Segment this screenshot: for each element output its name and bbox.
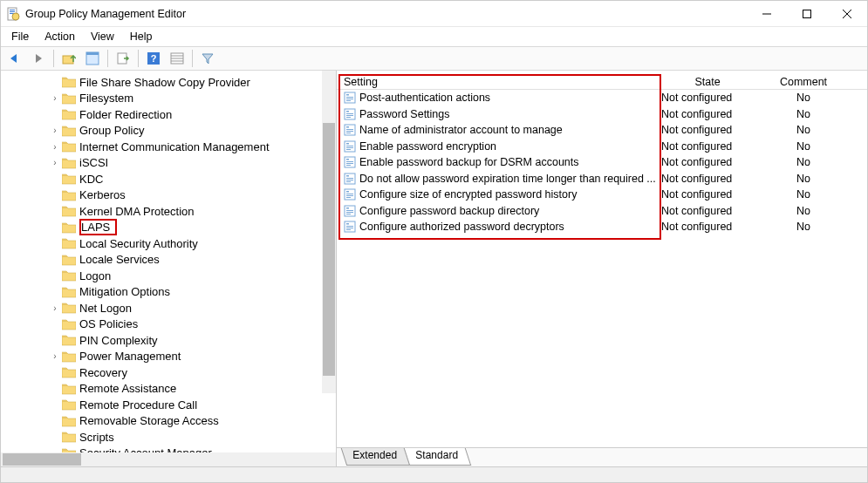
close-button[interactable] <box>827 1 867 27</box>
cell-setting: Name of administrator account to manage <box>337 124 660 136</box>
tree-item[interactable]: File Share Shadow Copy Provider <box>1 74 336 91</box>
expand-caret-icon[interactable]: › <box>50 141 60 152</box>
tree-item[interactable]: ›Power Management <box>1 349 336 365</box>
column-header-state[interactable]: State <box>660 76 755 88</box>
setting-label: Enable password encryption <box>359 140 496 153</box>
cell-comment: No <box>755 124 851 136</box>
folder-icon <box>62 398 76 411</box>
tree-pane[interactable]: File Share Shadow Copy Provider›Filesyst… <box>1 71 337 466</box>
properties-button[interactable] <box>82 49 103 68</box>
close-icon <box>843 10 851 18</box>
cell-comment: No <box>755 221 851 233</box>
tree-item[interactable]: Scripts <box>1 429 336 446</box>
list-pane: Setting State Comment Post-authenticatio… <box>337 71 867 466</box>
cell-comment: No <box>755 92 851 104</box>
list-row[interactable]: Enable password backup for DSRM accounts… <box>337 154 867 171</box>
expand-caret-icon[interactable]: › <box>50 351 60 362</box>
list-row[interactable]: Configure password backup directoryNot c… <box>337 203 867 220</box>
cell-state: Not configured <box>660 205 755 217</box>
column-header-setting[interactable]: Setting <box>337 76 660 88</box>
column-header-comment[interactable]: Comment <box>755 76 851 88</box>
list-row[interactable]: Name of administrator account to manageN… <box>337 122 867 139</box>
forward-button[interactable] <box>28 49 49 68</box>
tree-item[interactable]: Local Security Authority <box>1 235 336 252</box>
list-row[interactable]: Configure authorized password decryptors… <box>337 219 867 235</box>
tree-item[interactable]: Kerberos <box>1 187 336 204</box>
cell-setting: Do not allow password expiration time lo… <box>337 173 660 185</box>
list-row[interactable]: Do not allow password expiration time lo… <box>337 171 867 187</box>
back-button[interactable] <box>4 49 25 68</box>
tree-item[interactable]: Remote Assistance <box>1 381 336 398</box>
tree-item[interactable]: Logon <box>1 268 336 284</box>
list-row[interactable]: Configure size of encrypted password his… <box>337 187 867 203</box>
tree-item[interactable]: Recovery <box>1 364 336 381</box>
folder-icon <box>62 125 76 137</box>
minimize-button[interactable] <box>747 1 787 27</box>
tree-item[interactable]: Remote Procedure Call <box>1 397 336 413</box>
maximize-button[interactable] <box>787 1 827 27</box>
scrollbar-thumb[interactable] <box>3 453 81 466</box>
cell-state: Not configured <box>660 188 755 201</box>
setting-icon <box>344 124 356 136</box>
expand-caret-icon[interactable]: › <box>50 303 60 313</box>
svg-rect-45 <box>346 175 349 177</box>
menu-help[interactable]: Help <box>123 29 160 44</box>
export-icon <box>116 51 130 65</box>
svg-rect-27 <box>346 115 353 116</box>
tab-standard[interactable]: Standard <box>403 448 470 466</box>
list-row[interactable]: Post-authentication actionsNot configure… <box>337 90 867 106</box>
svg-rect-11 <box>86 52 99 55</box>
tree-item[interactable]: ›Filesystem <box>1 91 336 107</box>
menu-file[interactable]: File <box>4 29 36 44</box>
svg-rect-51 <box>346 194 353 194</box>
detail-view-button[interactable] <box>167 49 188 68</box>
tree-item[interactable]: LAPS <box>1 220 336 236</box>
setting-icon <box>344 140 356 153</box>
horizontal-scrollbar[interactable] <box>1 452 336 466</box>
cell-state: Not configured <box>660 124 755 136</box>
tree-item[interactable]: Kernel DMA Protection <box>1 203 336 220</box>
up-button[interactable] <box>58 49 79 68</box>
tree-item[interactable]: OS Policies <box>1 316 336 333</box>
filter-button[interactable] <box>197 49 218 68</box>
cell-setting: Configure size of encrypted password his… <box>337 188 660 201</box>
tab-label: Standard <box>415 449 458 461</box>
vertical-scrollbar[interactable] <box>322 71 336 393</box>
svg-rect-46 <box>346 178 353 179</box>
list-row[interactable]: Password SettingsNot configuredNo <box>337 106 867 123</box>
svg-rect-23 <box>346 100 351 101</box>
svg-rect-6 <box>803 10 811 17</box>
folder-icon <box>62 237 76 249</box>
tree-item[interactable]: ›Group Policy <box>1 123 336 139</box>
svg-rect-58 <box>346 214 351 214</box>
tree-item-label: KDC <box>79 173 103 186</box>
scrollbar-thumb[interactable] <box>323 123 335 376</box>
svg-rect-47 <box>346 180 353 180</box>
tree-item[interactable]: ›Net Logon <box>1 300 336 316</box>
tree-item[interactable]: ›iSCSI <box>1 155 336 172</box>
setting-icon <box>344 188 356 201</box>
tree-item[interactable]: Removable Storage Access <box>1 413 336 430</box>
help-button[interactable]: ? <box>143 49 164 68</box>
tree-item[interactable]: Folder Redirection <box>1 106 336 123</box>
tree-item[interactable]: KDC <box>1 171 336 187</box>
export-button[interactable] <box>113 49 133 68</box>
tree-item[interactable]: PIN Complexity <box>1 332 336 349</box>
tab-extended[interactable]: Extended <box>341 448 410 466</box>
help-icon: ? <box>147 51 161 65</box>
tree-item[interactable]: ›Internet Communication Management <box>1 139 336 155</box>
menu-action[interactable]: Action <box>38 29 82 44</box>
list-row[interactable]: Enable password encryptionNot configured… <box>337 139 867 155</box>
menu-view[interactable]: View <box>84 29 121 44</box>
svg-rect-60 <box>346 223 349 225</box>
expand-caret-icon[interactable]: › <box>50 93 60 104</box>
folder-icon <box>62 286 76 298</box>
svg-point-4 <box>12 13 19 20</box>
svg-rect-40 <box>346 159 349 160</box>
expand-caret-icon[interactable]: › <box>50 158 60 168</box>
setting-label: Name of administrator account to manage <box>359 124 563 136</box>
tree-item[interactable]: Mitigation Options <box>1 284 336 301</box>
tree-item[interactable]: Locale Services <box>1 252 336 269</box>
expand-caret-icon[interactable]: › <box>50 126 60 136</box>
properties-icon <box>85 51 99 65</box>
